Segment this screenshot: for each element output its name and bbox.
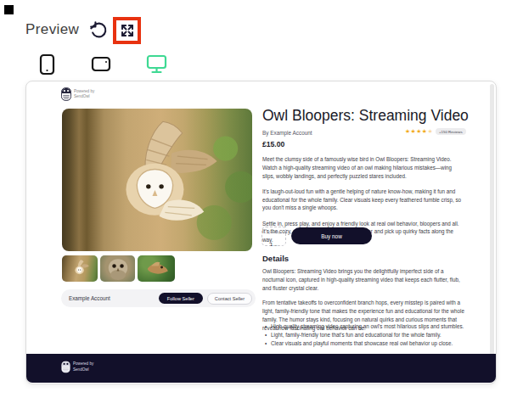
product-thumbnail-owl-face[interactable]	[100, 255, 135, 282]
product-byline: By Example Account	[262, 130, 312, 136]
store-footer: Powered by SendOwl	[26, 354, 496, 383]
sendowl-owl-logo-icon	[61, 361, 70, 373]
refresh-icon	[89, 21, 107, 39]
corner-marker	[4, 5, 14, 14]
device-toggle-desktop-active[interactable]	[146, 54, 167, 74]
owl-in-foliage-thumb-image	[143, 257, 170, 280]
chevron-down-icon: ⌄	[274, 242, 278, 247]
expand-icon	[120, 23, 135, 38]
bullet-item: Light, family-friendly tone that's fun a…	[265, 331, 469, 339]
follow-seller-button[interactable]: Follow Seller	[159, 293, 203, 304]
description-paragraph: Meet the clumsy side of a famously wise …	[262, 155, 463, 180]
preview-scrollbar[interactable]	[490, 84, 494, 379]
seller-name: Example Account	[69, 295, 110, 301]
product-rating: ★★★★★ +150 Reviews	[405, 128, 466, 135]
details-heading: Details	[262, 254, 289, 263]
product-main-image[interactable]	[62, 109, 252, 251]
contact-seller-button[interactable]: Contact Seller	[207, 293, 252, 305]
preview-title: Preview	[25, 21, 79, 38]
buy-now-button[interactable]: Buy now	[291, 227, 372, 244]
store-footer-brand-label: Powered by SendOwl	[73, 361, 93, 372]
fullscreen-button-highlighted[interactable]	[113, 17, 141, 44]
reviews-count-badge: +150 Reviews	[436, 128, 466, 135]
store-footer-brand[interactable]: Powered by SendOwl	[61, 361, 93, 373]
refresh-button[interactable]	[89, 21, 107, 39]
phone-icon	[39, 53, 55, 76]
tablet-icon	[91, 56, 111, 72]
monitor-icon	[146, 54, 167, 74]
quantity-label: Quantity	[262, 230, 285, 234]
product-thumbnail-owl-flight[interactable]	[62, 255, 98, 282]
product-price: £15.00	[262, 140, 284, 148]
barn-owl-photo	[85, 113, 229, 244]
quantity-stepper[interactable]: Quantity 1 ⌄	[262, 227, 286, 246]
description-paragraph: It's laugh-out-loud fun with a gentle he…	[262, 188, 463, 212]
star-rating-icons: ★★★★★	[405, 129, 433, 135]
details-paragraph: Owl Bloopers: Streaming Video brings you…	[262, 267, 465, 292]
device-toggle-mobile[interactable]	[39, 53, 55, 76]
device-toggle-tablet[interactable]	[91, 56, 111, 72]
product-title: Owl Bloopers: Streaming Video	[262, 107, 483, 125]
product-thumbnail-owl-green[interactable]	[138, 255, 175, 282]
quantity-value: 1	[270, 242, 273, 247]
sendowl-owl-logo-icon	[61, 87, 71, 101]
owl-face-thumb-image	[105, 257, 131, 280]
storefront-preview-panel: Powered by SendOwl	[25, 81, 497, 384]
bullet-item: Clear visuals and playful moments that s…	[265, 339, 469, 348]
details-bullet-list: High-quality streaming video capturing a…	[265, 322, 469, 349]
owl-flight-thumb-image	[69, 257, 91, 280]
seller-row: Example Account Follow Seller Contact Se…	[61, 289, 256, 307]
store-header-brand-label: Powered by SendOwl	[74, 89, 94, 100]
store-header-brand[interactable]: Powered by SendOwl	[61, 87, 94, 101]
bullet-item: High-quality streaming video capturing a…	[265, 322, 469, 331]
